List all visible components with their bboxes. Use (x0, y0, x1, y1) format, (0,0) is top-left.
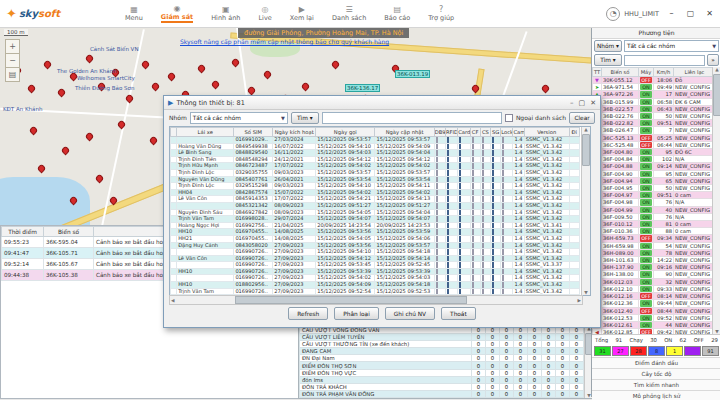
cs-checkbox[interactable] (480, 255, 490, 262)
lock-checkbox[interactable] (501, 275, 513, 282)
vehicle-row[interactable]: ➤ 36A-971.54 ON 09:49 NEW_CONFIG (593, 84, 716, 91)
vehicle-row[interactable]: ▼ 36K-012.16 OFF 08:14 NEW_CONFIG (593, 293, 716, 300)
rfid-checkbox[interactable] (445, 216, 457, 223)
col-call-date[interactable]: Ngày gọi (316, 128, 375, 137)
cs-checkbox[interactable] (480, 189, 490, 196)
cf-checkbox[interactable] (470, 137, 480, 144)
cs-checkbox[interactable] (480, 249, 490, 256)
vehicle-row[interactable]: ➤ 36F-010.12 ON 81 0 cam (593, 221, 716, 228)
vehicle-row[interactable]: ➤ 36F-004.95 ON 50 NEW_CONFIG (593, 185, 716, 192)
col-rfid[interactable]: RFID (445, 128, 457, 137)
window-close-button[interactable]: ✕ (703, 7, 716, 20)
sg-checkbox[interactable] (490, 216, 500, 223)
cf-checkbox[interactable] (470, 143, 480, 150)
lock-checkbox[interactable] (501, 242, 513, 249)
rfid-checkbox[interactable] (445, 143, 457, 150)
db9-checkbox[interactable] (434, 137, 445, 144)
map-pin-icon[interactable] (211, 80, 221, 90)
db9-checkbox[interactable] (434, 209, 445, 216)
sg-checkbox[interactable] (490, 262, 500, 269)
db9-checkbox[interactable] (434, 150, 445, 157)
db9-checkbox[interactable] (434, 176, 445, 183)
map-zoom-in-button[interactable]: + (5, 39, 20, 54)
col-cam[interactable]: Cam (513, 128, 524, 137)
lock-checkbox[interactable] (501, 262, 513, 269)
toolbar-item[interactable]: ▣ Hình ảnh (202, 1, 249, 27)
lock-checkbox[interactable] (501, 150, 513, 157)
card-checkbox[interactable] (458, 235, 470, 242)
zone-row[interactable]: đón lms 0 0 0 0 0 0 0 0 (300, 376, 584, 383)
map-pin-icon[interactable] (57, 88, 67, 98)
db9-checkbox[interactable] (434, 156, 445, 163)
lock-checkbox[interactable] (501, 169, 513, 176)
sg-checkbox[interactable] (490, 288, 500, 295)
vehicle-row[interactable]: ◀ 36B-022.82 ON 09:51 NEW_CONFIG (593, 120, 716, 127)
cf-checkbox[interactable] (470, 222, 480, 229)
cs-checkbox[interactable] (480, 242, 490, 249)
lock-checkbox[interactable] (501, 163, 513, 170)
cs-checkbox[interactable] (480, 176, 490, 183)
device-row[interactable]: 016990726.. 27/09/2023 15/12/2025 09:53:… (171, 262, 580, 269)
lock-checkbox[interactable] (501, 268, 513, 275)
rfid-checkbox[interactable] (445, 288, 457, 295)
zone-row[interactable]: ĐANG CAM 0 0 0 0 0 0 0 0 (300, 348, 584, 355)
toolbar-item[interactable]: ◉ Giám sát (152, 1, 202, 27)
sg-checkbox[interactable] (490, 249, 500, 256)
lock-checkbox[interactable] (501, 229, 513, 236)
vehicle-row[interactable]: ▲ 36K-012.40 OFF 08:44 NEW_CONFIG (593, 307, 716, 314)
device-row[interactable]: 0845321342 08/09/2023 15/12/2025 09:51:2… (171, 202, 580, 209)
vehicle-row[interactable]: ➤ 36F-004.80 ON 95 ĐỖ 6C (593, 149, 716, 156)
sg-checkbox[interactable] (490, 222, 500, 229)
cs-checkbox[interactable] (480, 163, 490, 170)
device-grid-scrollbar[interactable]: ▲ ▼ (581, 127, 590, 295)
lock-checkbox[interactable] (501, 196, 513, 203)
sg-checkbox[interactable] (490, 202, 500, 209)
device-grid-hscrollbar[interactable]: ◀ ▶ (169, 295, 583, 305)
dialog-button[interactable]: Phân loại (334, 307, 379, 320)
map-pin-icon[interactable] (247, 86, 257, 96)
map-pin-icon[interactable] (29, 126, 39, 136)
rfid-checkbox[interactable] (445, 268, 457, 275)
cf-checkbox[interactable] (470, 288, 480, 295)
lock-checkbox[interactable] (501, 222, 513, 229)
cs-checkbox[interactable] (480, 216, 490, 223)
vehicle-row[interactable]: ➤ 36K-012.03 ON 32 NEW_CONFIG (593, 278, 716, 285)
cs-checkbox[interactable] (480, 143, 490, 150)
cs-checkbox[interactable] (480, 282, 490, 289)
status-color-box[interactable]: 1 (666, 346, 683, 356)
device-row[interactable]: 016991029.. 27/03/2024 15/12/2025 09:53:… (171, 137, 580, 144)
sidebar-menu-item[interactable]: Tìm kiếm nhanh (592, 379, 720, 390)
card-checkbox[interactable] (458, 196, 470, 203)
vehicle-row[interactable]: ▲ 36F-004.98 ON 76 N/A (593, 199, 716, 206)
vehicle-row[interactable]: ▲ 36A-972.26 ON 17 NEW_CONFIG (593, 91, 716, 98)
lock-checkbox[interactable] (501, 209, 513, 216)
sg-checkbox[interactable] (490, 156, 500, 163)
zone-row[interactable]: ĐIỂM ĐÓN THỌ VỰC 0 0 0 0 0 0 0 0 (300, 369, 584, 376)
map-pin-icon[interactable] (85, 54, 95, 64)
lock-checkbox[interactable] (501, 176, 513, 183)
card-checkbox[interactable] (458, 229, 470, 236)
col-power[interactable]: Máy (639, 68, 654, 77)
card-checkbox[interactable] (458, 189, 470, 196)
status-color-box[interactable] (684, 346, 701, 356)
sidebar-menu-item[interactable]: Mô phỏng lịch sử (592, 390, 720, 400)
card-checkbox[interactable] (458, 156, 470, 163)
vehicle-row[interactable]: ▲ 36B-022.76 ON 50 NEW_CONFIG (593, 113, 716, 120)
vehicle-row[interactable]: ◀ 36K-012.53 ON 09:52 NEW_CONFIG (593, 314, 716, 321)
device-row[interactable]: Hoàng Ngọc Hợi 016992756.. 21/04/2025 20… (171, 222, 580, 229)
rfid-checkbox[interactable] (445, 156, 457, 163)
map-pin-icon[interactable] (61, 146, 71, 156)
sidebar-find-dropdown[interactable]: Tìm ▾ (594, 54, 622, 66)
zone-row[interactable]: CẦU VƯỢT THƯỜNG TÍN (xe đến khách) 0 0 0… (300, 341, 584, 348)
sidebar-menu-item[interactable]: Điểm đánh dấu (592, 357, 720, 368)
cs-checkbox[interactable] (480, 268, 490, 275)
cf-checkbox[interactable] (470, 189, 480, 196)
sg-checkbox[interactable] (490, 143, 500, 150)
card-checkbox[interactable] (458, 163, 470, 170)
lock-checkbox[interactable] (501, 249, 513, 256)
vehicle-row[interactable]: ◀ 36F-004.97 ON 09:51 0 cam (593, 192, 716, 199)
rfid-checkbox[interactable] (445, 163, 457, 170)
col-plate[interactable]: Biển số (602, 68, 639, 77)
vehicle-row[interactable]: ▲ 36H-137.90 ON 09:16 NEW_CONFIG (593, 264, 716, 271)
card-checkbox[interactable] (458, 275, 470, 282)
